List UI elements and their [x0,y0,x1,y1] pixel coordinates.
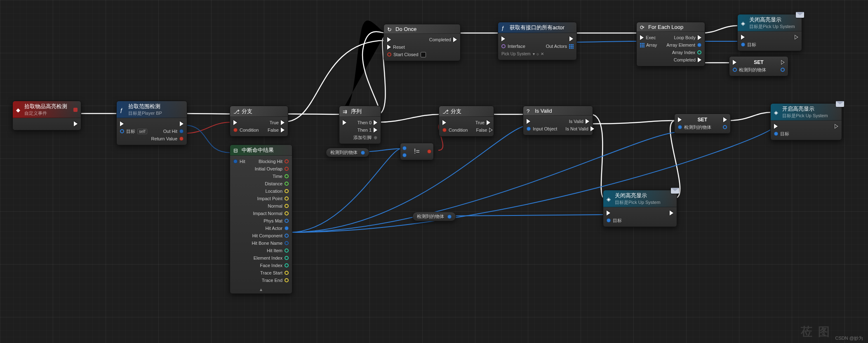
pin-hit-item[interactable]: Hit Item [267,248,289,253]
node-close-highlight-mid[interactable]: ◈ 关闭高亮显示 目标是Pick Up System 目标 [603,190,677,227]
delegate-pin[interactable] [73,108,78,112]
exec-in-pin[interactable] [741,35,745,40]
target-pin[interactable]: 目标 [774,131,789,137]
false-pin[interactable]: False [476,128,493,132]
output-pin[interactable] [447,215,452,219]
exec-out-pin[interactable] [180,121,183,126]
notvalid-pin[interactable]: Is Not Valid [565,126,594,131]
exec-in-pin[interactable] [501,36,505,41]
exec-in-pin[interactable] [607,211,610,215]
var-out-pin[interactable] [781,68,785,72]
condition-pin[interactable]: Condition [233,128,259,132]
exec-in-pin[interactable] [233,120,237,125]
node-branch-2[interactable]: ⎇分支 True Condition False [439,106,494,137]
node-set-2[interactable]: SET 检测到的物体 [674,114,731,134]
pin-face-index[interactable]: Face Index [260,263,289,268]
node-do-once[interactable]: ↻Do Once Completed Reset Start Closed [383,24,461,61]
pin-time[interactable]: Time [273,174,289,179]
exec-out-pin[interactable] [569,36,573,41]
node-foreach[interactable]: ⟳For Each Loop Exec Loop Body Array Arra… [636,22,705,66]
hit-input-pin[interactable]: Hit [233,159,245,164]
node-branch-1[interactable]: ⎇分支 True Condition False [230,106,288,137]
pin-impact-point[interactable]: Impact Point [257,196,289,201]
event-icon: ◆ [16,107,22,113]
pin-hit-bone-name[interactable]: Hit Bone Name [252,241,289,246]
pin-impact-normal[interactable]: Impact Normal [253,211,289,216]
exec-in-pin[interactable] [120,121,124,126]
exec-in-pin[interactable] [343,120,346,125]
node-is-valid[interactable]: ?Is Valid Is Valid Input Object Is Not V… [523,106,593,135]
exec-out-pin[interactable] [670,211,673,215]
startclosed-checkbox[interactable] [421,52,426,57]
valid-pin[interactable]: Is Valid [569,119,589,124]
exec-in-pin[interactable] [527,119,530,124]
pin-hit-actor[interactable]: Hit Actor [265,226,289,231]
exec-in-pin[interactable] [733,60,736,65]
var-in-pin[interactable]: 检测到的物体 [678,124,711,130]
node-set-1[interactable]: SET 检测到的物体 [729,56,788,76]
true-pin[interactable]: True [475,120,490,125]
pin-initial-overlap[interactable]: Initial Overlap [255,166,289,171]
interface-value[interactable]: Pick Up System ▾ ☼ ✕ [501,52,544,56]
exec-out-pin[interactable] [795,35,798,40]
node-var-get-2[interactable]: 检测到的物体 [412,212,456,221]
pin-location[interactable]: Location [265,189,289,194]
node-open-highlight[interactable]: ◈ 开启高亮显示 目标是Pick Up System 目标 [770,103,842,140]
completed-pin[interactable]: Completed [674,57,701,62]
pin-distance[interactable]: Distance [265,181,289,186]
exec-out-pin[interactable] [835,124,838,129]
output-pin[interactable] [361,151,365,155]
input-a-pin[interactable] [402,146,407,150]
exec-in-pin[interactable] [442,120,446,125]
node-not-equal[interactable]: != [400,143,434,160]
var-out-pin[interactable] [723,125,727,129]
pin-trace-start[interactable]: Trace Start [260,270,289,275]
expand-toggle[interactable]: ▴ [230,286,292,293]
input-pin[interactable]: Input Object [527,126,557,131]
return-pin[interactable]: Return Value [151,136,183,141]
target-pin[interactable]: 目标 [741,42,756,48]
node-title: 拾取范围检测 [128,103,160,109]
pin-normal[interactable]: Normal [268,203,289,208]
true-pin[interactable]: True [270,120,285,125]
exec-in-pin[interactable] [774,124,778,129]
exec-out-pin[interactable] [723,117,727,122]
index-pin[interactable]: Array Index [672,50,701,55]
node-get-all-actors[interactable]: ƒ获取有接口的所有actor Interface Out Actors Pick… [498,22,577,60]
then0-pin[interactable]: Then 0 [358,120,377,125]
target-pin[interactable]: 目标self [120,128,147,135]
element-pin[interactable]: Array Element [666,43,701,47]
pin-trace-end[interactable]: Trace End [262,278,289,283]
pin-hit-component[interactable]: Hit Component [252,233,289,238]
target-pin[interactable]: 目标 [607,218,622,224]
exec-in-pin[interactable] [678,117,682,122]
var-in-pin[interactable]: 检测到的物体 [733,67,766,73]
exec-in-pin[interactable] [387,37,391,42]
blockinghit-pin[interactable]: Blocking Hit [259,159,289,164]
input-b-pin[interactable] [402,153,407,157]
node-custom-event[interactable]: ◆ 拾取物品高亮检测 自定义事件 [12,101,81,130]
exec-out-pin[interactable] [781,60,785,65]
exec-out-pin[interactable] [74,121,78,126]
pin-element-index[interactable]: Element Index [254,255,289,260]
completed-pin[interactable]: Completed [429,37,457,42]
exec-in-pin[interactable]: Exec [640,35,656,40]
interface-pin[interactable]: Interface [501,44,525,49]
add-pin[interactable]: ⊕添加引脚 [353,135,377,141]
then1-pin[interactable]: Then 1 [358,128,377,132]
node-range-check[interactable]: ƒ 拾取范围检测 目标是Player BP 目标self Out Hit Ret… [116,101,187,145]
condition-pin[interactable]: Condition [442,128,468,132]
node-break-hit[interactable]: ⊟中断命中结果 HitBlocking HitInitial OverlapTi… [230,144,292,294]
node-var-get-1[interactable]: 检测到的物体 [326,148,369,157]
loopbody-pin[interactable]: Loop Body [674,35,701,40]
reset-pin[interactable]: Reset [387,45,405,50]
startclosed-pin[interactable]: Start Closed [387,52,426,57]
pin-phys-mat[interactable]: Phys Mat [263,218,289,223]
array-pin[interactable]: Array [640,43,657,47]
outhit-pin[interactable]: Out Hit [163,129,183,134]
output-pin[interactable] [427,149,431,154]
node-close-highlight-top[interactable]: ◈ 关闭高亮显示 目标是Pick Up System 目标 [737,14,802,51]
false-pin[interactable]: False [268,128,285,132]
node-sequence[interactable]: ⇉序列 Then 0 Then 1 ⊕添加引脚 [339,106,381,144]
outactors-pin[interactable]: Out Actors [546,44,573,49]
